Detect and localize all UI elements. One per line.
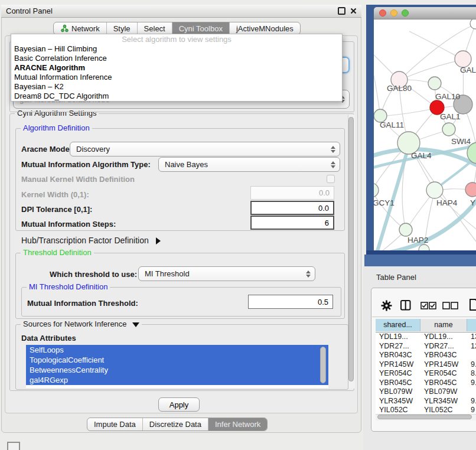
- tab-label: jActiveMNodules: [236, 22, 294, 35]
- table-body: YDL19...YDL19...13YDR27...YDR27...12YBR0…: [376, 332, 476, 415]
- dpi-tolerance-label: DPI Tolerance [0,1]:: [21, 205, 92, 214]
- node-label: GAL11: [380, 120, 404, 129]
- manual-kernel-checkbox[interactable]: [327, 175, 335, 183]
- table-row[interactable]: YER054CYER054C8.: [376, 369, 476, 379]
- network-node[interactable]: [399, 223, 412, 236]
- checked-columns-icon[interactable]: [420, 302, 437, 309]
- algorithm-option[interactable]: Dream8 DC_TDC Algorithm: [11, 92, 342, 101]
- table-cell: YLR345W: [376, 397, 420, 406]
- mi-threshold-field[interactable]: [248, 295, 333, 309]
- tab-cyni-toolbox[interactable]: Cyni Toolbox: [172, 22, 229, 34]
- settings-scrollbar-thumb[interactable]: [348, 117, 354, 381]
- node-label: SWI4: [451, 137, 471, 146]
- minimized-panel-icon[interactable]: [7, 442, 20, 450]
- attribute-item[interactable]: BetweennessCentrality: [26, 365, 328, 375]
- float-icon[interactable]: [338, 7, 345, 15]
- network-node[interactable]: [419, 244, 429, 250]
- apply-button[interactable]: Apply: [158, 397, 200, 412]
- table-header-cell[interactable]: name: [420, 319, 467, 331]
- data-attributes-label: Data Attributes: [21, 334, 76, 343]
- unchecked-columns-icon[interactable]: [442, 302, 459, 309]
- tab-label: Select: [144, 22, 165, 35]
- table-row[interactable]: YLR345WYLR345W9.: [376, 397, 476, 406]
- table-row[interactable]: YPR145WYPR145W9.: [376, 360, 476, 370]
- node-label: GAL1: [440, 112, 461, 121]
- table-cell: YBR045C: [376, 379, 420, 388]
- aracne-mode-combo[interactable]: Discovery: [70, 142, 340, 156]
- network-node[interactable]: [428, 77, 441, 90]
- which-threshold-combo[interactable]: MI Threshold: [138, 266, 315, 281]
- mi-type-combo[interactable]: Naive Bayes: [158, 157, 340, 172]
- network-canvas[interactable]: GALGAL80GAL10GAL1GAL11SWI4GAL4GCY1HAP4YH…: [374, 19, 476, 250]
- network-node[interactable]: [470, 19, 476, 29]
- tab-style[interactable]: Style: [106, 22, 137, 34]
- network-node[interactable]: [465, 182, 476, 197]
- hub-expander[interactable]: Hub/Transcription Factor Definition: [21, 236, 161, 245]
- table-row[interactable]: YBR045CYBR045C9.: [376, 379, 476, 388]
- tab-network[interactable]: Network: [54, 22, 106, 34]
- kernel-width-field[interactable]: [250, 186, 334, 200]
- network-window-titlebar[interactable]: [374, 7, 476, 19]
- network-icon: [60, 24, 69, 32]
- tab-impute-data[interactable]: Impute Data: [87, 418, 142, 431]
- combo-arrows-icon: [331, 161, 335, 168]
- gear-icon[interactable]: [381, 300, 392, 311]
- close-light[interactable]: [379, 9, 386, 17]
- data-attributes-list: SelfLoopsTopologicalCoefficientBetweenne…: [26, 345, 328, 388]
- table-cell: YBR045C: [420, 379, 467, 388]
- algorithm-dropdown: Select algorithm to view settings Bayesi…: [11, 34, 343, 102]
- table-header-cell[interactable]: shared...: [376, 319, 420, 331]
- attribute-item[interactable]: TopologicalCoefficient: [26, 355, 328, 365]
- tab-discretize-data[interactable]: Discretize Data: [142, 418, 208, 431]
- table-header-cell[interactable]: [467, 319, 476, 331]
- network-node[interactable]: [374, 183, 379, 197]
- table-row[interactable]: YDR27...YDR27...12: [376, 342, 476, 351]
- combo-arrows-icon: [331, 146, 335, 153]
- mi-threshold-label: Mutual Information Threshold:: [27, 299, 138, 308]
- sources-title: Sources for Network Inference: [21, 319, 142, 328]
- columns-icon[interactable]: [400, 300, 411, 311]
- minimize-light[interactable]: [390, 9, 397, 17]
- tab-select[interactable]: Select: [137, 22, 172, 34]
- tab-label: Cyni Toolbox: [179, 22, 223, 35]
- which-threshold-value: MI Threshold: [145, 269, 190, 278]
- mi-threshold-group-title: MI Threshold Definition: [27, 282, 110, 291]
- node-label: HAP2: [407, 236, 428, 244]
- expander-collapsed-icon[interactable]: [156, 237, 161, 244]
- zoom-light[interactable]: [402, 9, 409, 17]
- aracne-mode-label: Aracne Mode:: [21, 145, 72, 154]
- table-cell: YBR043C: [420, 351, 467, 360]
- control-panel-tabs: NetworkStyleSelectCyni ToolboxjActiveMNo…: [53, 22, 301, 35]
- network-node[interactable]: [455, 51, 471, 67]
- network-node[interactable]: [426, 182, 443, 198]
- page-icon[interactable]: [470, 299, 476, 311]
- algorithm-option[interactable]: Bayesian – Hill Climbing: [11, 44, 342, 54]
- node-label: HAP4: [436, 198, 458, 207]
- table-cell: [467, 387, 476, 397]
- algorithm-option[interactable]: Bayesian – K2: [11, 82, 342, 92]
- algorithm-option[interactable]: Mutual Information Inference: [11, 73, 342, 82]
- table-row[interactable]: YBL079WYBL079W: [376, 387, 476, 397]
- network-edge: [399, 60, 463, 80]
- control-panel-titlebar: Control Panel: [1, 5, 361, 18]
- table-hscroll-thumb[interactable]: [377, 415, 472, 419]
- table-cell: YDR27...: [420, 342, 467, 351]
- close-icon[interactable]: [350, 8, 357, 14]
- expander-expanded-icon[interactable]: [132, 322, 139, 327]
- table-cell: YBL079W: [420, 387, 467, 397]
- algorithm-option[interactable]: Basic Correlation Inference: [11, 54, 342, 63]
- tab-jactivemnodules[interactable]: jActiveMNodules: [229, 22, 300, 34]
- network-node[interactable]: [442, 123, 455, 136]
- table-row[interactable]: YBR043CYBR043C: [376, 351, 476, 360]
- attributes-scrollbar-thumb[interactable]: [320, 347, 326, 383]
- attribute-item[interactable]: gal4RGexp: [26, 375, 328, 385]
- table-row[interactable]: YDL19...YDL19...13: [376, 332, 476, 342]
- mi-steps-field[interactable]: [250, 216, 334, 230]
- algorithm-option[interactable]: ARACNE Algorithm: [11, 63, 342, 73]
- dpi-tolerance-field[interactable]: [250, 201, 334, 215]
- algorithm-dropdown-prompt: Select algorithm to view settings: [11, 34, 342, 44]
- table-cell: YLR345W: [420, 397, 467, 406]
- attribute-item[interactable]: SelfLoops: [26, 345, 328, 355]
- tab-label: Network: [71, 22, 100, 35]
- tab-infer-network[interactable]: Infer Network: [208, 418, 267, 431]
